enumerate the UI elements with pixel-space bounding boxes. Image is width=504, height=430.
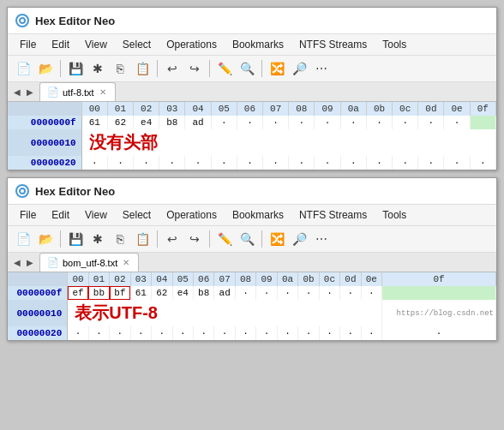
copy-btn-2[interactable]: ⎘ [110, 229, 130, 249]
menu-bookmarks-2[interactable]: Bookmarks [225, 206, 291, 224]
hex-cell: · [235, 286, 255, 300]
hex-editor-window-1: Hex Editor Neo File Edit View Select Ope… [7, 7, 497, 170]
sep5 [60, 230, 61, 248]
sep1 [60, 60, 61, 77]
paste-btn-1[interactable]: 📋 [132, 58, 153, 79]
tab-bar-1: ◀ ▶ 📄 utf-8.txt ✕ [8, 82, 496, 102]
menu-tools-2[interactable]: Tools [375, 206, 413, 224]
redo-btn-2[interactable]: ↪ [184, 229, 205, 249]
col-04-1: 04 [185, 102, 211, 116]
prev-arrow-1[interactable]: ◀ [11, 86, 23, 99]
menu-view-1[interactable]: View [78, 36, 114, 53]
addr-header-2 [8, 272, 68, 286]
hex-cell: · [340, 156, 366, 170]
menu-file-2[interactable]: File [13, 206, 43, 224]
hex-cell: · [315, 116, 340, 129]
hex-cell: · [393, 116, 418, 129]
hex-cell: · [382, 326, 496, 340]
watermark-text: https://blog.csdn.net [382, 300, 496, 326]
zoom-btn-2[interactable]: 🔎 [289, 229, 309, 249]
asterisk-btn-2[interactable]: ✱ [87, 229, 108, 249]
col-0a-1: 0a [340, 102, 366, 116]
sep8 [261, 230, 262, 248]
col-03-2: 03 [130, 272, 151, 286]
prev-arrow-2[interactable]: ◀ [11, 256, 23, 269]
col-0e-2: 0e [361, 272, 381, 286]
menu-bookmarks-1[interactable]: Bookmarks [225, 36, 291, 53]
tab-close-1[interactable]: ✕ [98, 87, 108, 97]
open-file-btn-2[interactable]: 📂 [35, 229, 56, 249]
redo-btn-1[interactable]: ↪ [184, 58, 205, 79]
menu-view-2[interactable]: View [78, 206, 114, 224]
addr-cell: 00000010 [8, 129, 81, 156]
col-06-1: 06 [237, 102, 262, 116]
next-arrow-1[interactable]: ▶ [24, 86, 36, 99]
menu-file-1[interactable]: File [13, 36, 43, 53]
hex-cell: · [298, 286, 319, 300]
menu-tools-1[interactable]: Tools [375, 36, 413, 53]
zoom-btn-1[interactable]: 🔎 [289, 58, 309, 79]
save-btn-1[interactable]: 💾 [65, 58, 86, 79]
col-04-2: 04 [152, 272, 172, 286]
menu-edit-1[interactable]: Edit [45, 36, 76, 53]
menu-bar-1: File Edit View Select Operations Bookmar… [8, 34, 496, 56]
sep3 [209, 60, 210, 77]
menu-edit-2[interactable]: Edit [45, 206, 76, 224]
hex-cell: · [418, 156, 444, 170]
more-btn-2[interactable]: ⋯ [311, 229, 332, 249]
col-03-1: 03 [159, 102, 185, 116]
col-09-2: 09 [256, 272, 277, 286]
svg-point-2 [21, 19, 24, 22]
title-bar-1: Hex Editor Neo [8, 8, 496, 34]
hex-table-1: 00 01 02 03 04 05 06 07 08 09 0a 0b 0c 0… [8, 102, 496, 170]
label-utf8: 表示UTF-8 [75, 303, 158, 322]
menu-operations-1[interactable]: Operations [159, 36, 224, 53]
open-file-btn-1[interactable]: 📂 [35, 58, 56, 79]
hex-cell: 61 [130, 286, 151, 300]
col-0c-1: 0c [393, 102, 418, 116]
col-05-1: 05 [211, 102, 237, 116]
menu-ntfs-2[interactable]: NTFS Streams [292, 206, 374, 224]
nav-btn-2[interactable]: 🔀 [267, 229, 287, 249]
menu-select-1[interactable]: Select [116, 36, 158, 53]
menu-operations-2[interactable]: Operations [159, 206, 224, 224]
hex-cell: e4 [172, 286, 193, 300]
hex-cell: · [185, 156, 211, 170]
sep4 [261, 60, 262, 77]
tab-icon-2: 📄 [47, 257, 59, 268]
sep7 [209, 230, 210, 248]
hex-cell: · [68, 326, 88, 340]
copy-btn-1[interactable]: ⎘ [110, 58, 130, 79]
window-title-1: Hex Editor Neo [35, 15, 115, 27]
table-row: 0000000f 61 62 e4 b8 ad · · · · · · · · … [8, 116, 496, 129]
hex-cell: · [277, 326, 297, 340]
undo-btn-1[interactable]: ↩ [162, 58, 183, 79]
sep6 [157, 230, 158, 248]
hex-cell: · [315, 156, 340, 170]
edit-btn-2[interactable]: ✏️ [214, 229, 235, 249]
menu-ntfs-1[interactable]: NTFS Streams [292, 36, 374, 53]
menu-select-2[interactable]: Select [116, 206, 158, 224]
save-btn-2[interactable]: 💾 [65, 229, 86, 249]
nav-btn-1[interactable]: 🔀 [267, 58, 287, 79]
find-btn-2[interactable]: 🔍 [237, 229, 257, 249]
new-file-btn-2[interactable]: 📄 [13, 229, 33, 249]
new-file-btn-1[interactable]: 📄 [13, 58, 33, 79]
sep2 [157, 60, 158, 77]
hex-cell: · [110, 326, 130, 340]
next-arrow-2[interactable]: ▶ [24, 256, 36, 269]
tab-close-2[interactable]: ✕ [121, 258, 131, 267]
tab-bom-utf8[interactable]: 📄 bom_utf-8.txt ✕ [39, 253, 139, 272]
paste-btn-2[interactable]: 📋 [132, 229, 153, 249]
hex-cell: · [159, 156, 185, 170]
app-icon-1 [15, 13, 30, 28]
asterisk-btn-1[interactable]: ✱ [87, 58, 108, 79]
hex-cell-bom-bf: bf [110, 286, 130, 300]
edit-btn-1[interactable]: ✏️ [214, 58, 235, 79]
more-btn-1[interactable]: ⋯ [311, 58, 332, 79]
tab-utf8[interactable]: 📄 utf-8.txt ✕ [39, 82, 116, 101]
window-title-2: Hex Editor Neo [35, 185, 115, 198]
find-btn-1[interactable]: 🔍 [237, 58, 257, 79]
undo-btn-2[interactable]: ↩ [162, 229, 183, 249]
col-02-1: 02 [134, 102, 159, 116]
